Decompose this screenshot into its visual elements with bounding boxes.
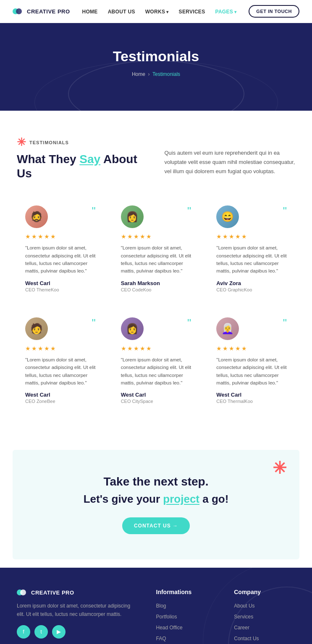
quote-icon: " (283, 205, 287, 216)
testimonial-card-2: 👩 " ★★★★★ "Lorem ipsum dolor sit amet, c… (113, 197, 200, 301)
breadcrumb: Home › Testimonials (13, 71, 299, 77)
card-header: 😄 " (216, 205, 287, 228)
card-text-3: "Lorem ipsum dolor sit amet, consectetur… (216, 244, 287, 275)
testimonial-card-6: 👩‍🦳 " ★★★★★ "Lorem ipsum dolor sit amet,… (208, 309, 295, 413)
card-role-5: CEO CitySpace (121, 399, 191, 404)
section-left: ✳ TESTIMONIALS What They Say About Us (17, 136, 148, 180)
asterisk-icon: ✳ (17, 136, 26, 149)
avatar-2: 👩 (121, 205, 144, 228)
card-role-4: CEO ZoneBee (25, 399, 96, 404)
card-role-2: CEO CodeKoo (121, 287, 191, 292)
hero-banner: Testimonials Home › Testimonials (0, 23, 312, 111)
stars-3: ★★★★★ (216, 233, 287, 240)
tag-line: ✳ TESTIMONIALS (17, 136, 148, 149)
cta-section: ✳ Take the next step. Let's give your pr… (13, 450, 299, 559)
footer-arc2 (203, 568, 312, 644)
card-author-2: Sarah Markson (121, 280, 191, 286)
youtube-icon[interactable]: ▶ (52, 625, 66, 639)
stars-5: ★★★★★ (121, 345, 191, 352)
avatar-4: 🧑 (25, 317, 48, 340)
footer-about-text: Lorem ipsum dolor sit amet, consectetur … (17, 602, 139, 618)
testimonial-card-3: 😄 " ★★★★★ "Lorem ipsum dolor sit amet, c… (208, 197, 295, 301)
card-role-1: CEO ThemeKoo (25, 287, 96, 292)
cta-project-link[interactable]: project (163, 493, 199, 505)
card-text-4: "Lorem ipsum dolor sit amet, consectetur… (25, 356, 96, 387)
card-text-6: "Lorem ipsum dolor sit amet, consectetur… (216, 356, 287, 387)
navbar: CREATIVE PRO HOME ABOUT US WORKS SERVICE… (0, 0, 312, 23)
card-header: 🧔 " (25, 205, 96, 228)
avatar-5: 👩 (121, 317, 144, 340)
logo-text: CREATIVE PRO (27, 8, 70, 15)
footer-link-blog[interactable]: Blog (156, 602, 218, 609)
footer-logo[interactable]: CREATIVE PRO (17, 589, 139, 596)
card-role-6: CEO ThermalKoo (216, 399, 287, 404)
quote-icon: " (283, 317, 287, 328)
card-header: 👩 " (121, 317, 191, 340)
nav-links: HOME ABOUT US WORKS SERVICES PAGES (82, 8, 236, 15)
card-author-5: West Carl (121, 392, 191, 398)
card-author-3: Aviv Zora (216, 280, 287, 286)
quote-icon: " (187, 205, 191, 216)
avatar-6: 👩‍🦳 (216, 317, 239, 340)
testimonials-row-1: 🧔 " ★★★★★ "Lorem ipsum dolor sit amet, c… (17, 197, 295, 301)
social-icons: f t ▶ (17, 625, 139, 639)
nav-item-works[interactable]: WORKS (145, 8, 169, 15)
testimonial-card-5: 👩 " ★★★★★ "Lorem ipsum dolor sit amet, c… (113, 309, 200, 413)
footer-brand: CREATIVE PRO Lorem ipsum dolor sit amet,… (17, 589, 139, 644)
footer-info-heading: Informations (156, 589, 218, 595)
cta-subtitle: Let's give your project a go! (25, 493, 287, 506)
card-text-1: "Lorem ipsum dolor sit amet, consectetur… (25, 244, 96, 275)
testimonial-card-4: 🧑 " ★★★★★ "Lorem ipsum dolor sit amet, c… (17, 309, 104, 413)
testimonial-card-1: 🧔 " ★★★★★ "Lorem ipsum dolor sit amet, c… (17, 197, 104, 301)
card-text-2: "Lorem ipsum dolor sit amet, consectetur… (121, 244, 191, 275)
cta-asterisk-icon: ✳ (273, 458, 287, 478)
cta-title: Take the next step. (25, 475, 287, 488)
hero-arc (68, 60, 244, 111)
testimonials-section: ✳ TESTIMONIALS What They Say About Us Qu… (0, 111, 312, 441)
stars-1: ★★★★★ (25, 233, 96, 240)
twitter-icon[interactable]: t (34, 625, 48, 639)
card-header: 🧑 " (25, 317, 96, 340)
nav-item-about[interactable]: ABOUT US (108, 8, 135, 15)
breadcrumb-home[interactable]: Home (132, 71, 145, 77)
card-author-1: West Carl (25, 280, 96, 286)
testimonials-row-2: 🧑 " ★★★★★ "Lorem ipsum dolor sit amet, c… (17, 309, 295, 413)
facebook-icon[interactable]: f (17, 625, 30, 639)
avatar-3: 😄 (216, 205, 239, 228)
card-author-4: West Carl (25, 392, 96, 398)
nav-item-pages[interactable]: PAGES (215, 8, 236, 15)
nav-item-home[interactable]: HOME (82, 8, 97, 15)
logo[interactable]: CREATIVE PRO (13, 8, 70, 15)
quote-icon: " (187, 317, 191, 328)
breadcrumb-current: Testimonials (152, 71, 180, 77)
section-description: Quis autem vel eum iure reprehenderit qu… (165, 136, 296, 176)
quote-icon: " (92, 205, 95, 216)
section-title: What They Say About Us (17, 152, 148, 180)
contact-us-button[interactable]: CONTACT US → (122, 517, 190, 534)
hero-arc2 (34, 60, 278, 111)
stars-6: ★★★★★ (216, 345, 287, 352)
card-header: 👩 " (121, 205, 191, 228)
hero-title: Testimonials (13, 48, 299, 65)
logo-icon (13, 8, 24, 15)
get-in-touch-button[interactable]: GET IN TOUCH (249, 5, 299, 18)
footer-logo-text: CREATIVE PRO (31, 589, 74, 596)
card-author-6: West Carl (216, 392, 287, 398)
footer-logo-icon (17, 589, 29, 596)
nav-item-services[interactable]: SERVICES (179, 8, 205, 15)
card-text-5: "Lorem ipsum dolor sit amet, consectetur… (121, 356, 191, 387)
footer: CREATIVE PRO Lorem ipsum dolor sit amet,… (0, 568, 312, 644)
card-role-3: CEO GraphicKoo (216, 287, 287, 292)
stars-2: ★★★★★ (121, 233, 191, 240)
tag-text: TESTIMONIALS (29, 140, 69, 145)
card-header: 👩‍🦳 " (216, 317, 287, 340)
avatar-1: 🧔 (25, 205, 48, 228)
stars-4: ★★★★★ (25, 345, 96, 352)
section-intro: ✳ TESTIMONIALS What They Say About Us Qu… (17, 136, 295, 180)
quote-icon: " (92, 317, 95, 328)
